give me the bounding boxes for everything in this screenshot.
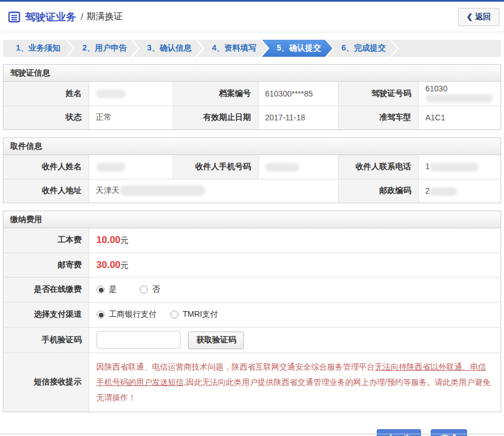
table-row: 收件人地址 天津天 邮政编码 2 — [3, 179, 501, 203]
address-prefix: 天津天 — [96, 186, 120, 195]
table-row: 是否在线缴费 是 否 — [3, 277, 501, 302]
phone-prefix: 1 — [426, 162, 430, 171]
page-header: 驾驶证业务 / 期满换证 ❮ 返回 — [0, 2, 504, 32]
finish-button[interactable]: 完成 — [431, 429, 467, 436]
table-row: 收件人姓名 收件人手机号码 收件人联系电话 1 — [3, 155, 501, 179]
wizard-step-5-active[interactable]: 5、确认提交 — [262, 40, 332, 57]
sms-notice-label: 短信接收提示 — [3, 353, 89, 412]
production-fee-label: 工本费 — [3, 228, 89, 253]
postage-fee-value: 30.00元 — [89, 253, 501, 277]
back-button[interactable]: ❮ 返回 — [458, 8, 499, 26]
radio-online-yes-label: 是 — [109, 284, 117, 295]
radio-online-yes[interactable]: 是 — [97, 284, 117, 295]
recipient-phone-value: 1 — [418, 155, 501, 179]
wizard-step-1[interactable]: 1、业务须知 — [3, 40, 73, 57]
wizard-step-3[interactable]: 3、确认信息 — [132, 40, 203, 57]
recipient-name-label: 收件人姓名 — [3, 155, 89, 179]
address-label: 收件人地址 — [3, 179, 89, 203]
name-value — [89, 82, 173, 106]
chevron-left-icon: ❮ — [466, 12, 473, 21]
fees-section: 缴纳费用 工本费 10.00元 邮寄费 30.00元 是否在线缴费 是 — [3, 211, 501, 412]
wizard-step-2[interactable]: 2、用户申告 — [68, 40, 138, 57]
postage-fee-label: 邮寄费 — [3, 253, 89, 277]
radio-checked-icon[interactable] — [97, 311, 105, 318]
bottom-divider — [0, 434, 504, 434]
license-no-value: 61030 — [418, 82, 501, 106]
radio-online-no[interactable]: 否 — [140, 284, 160, 295]
postcode-value: 2 — [418, 179, 501, 203]
table-row: 状态 正常 有效期止日期 2017-11-18 准驾车型 A1C1 — [3, 106, 501, 129]
pickup-section-title: 取件信息 — [3, 138, 501, 155]
pickup-info-table: 收件人姓名 收件人手机号码 收件人联系电话 1 收件人地址 天津天 邮政编码 2 — [3, 155, 501, 203]
license-no-prefix: 61030 — [426, 84, 448, 93]
recipient-mobile-value — [258, 155, 338, 179]
valid-until-value: 2017-11-18 — [258, 106, 338, 129]
table-row: 手机验证码 获取验证码 — [3, 327, 501, 353]
status-label: 状态 — [3, 106, 89, 129]
redacted-recipient-name — [96, 163, 126, 171]
recipient-mobile-label: 收件人手机号码 — [173, 155, 258, 179]
postcode-prefix: 2 — [426, 186, 430, 195]
redacted-mobile — [265, 163, 299, 171]
previous-step-button[interactable]: 上一步 — [377, 429, 421, 436]
name-label: 姓名 — [3, 82, 89, 106]
step-wizard: 1、业务须知 2、用户申告 3、确认信息 4、资料填写 5、确认提交 6、完成提… — [3, 40, 501, 57]
vehicle-class-value: A1C1 — [418, 106, 501, 129]
online-payment-options: 是 否 — [89, 277, 501, 302]
postage-fee-amount: 30.00 — [97, 259, 121, 270]
get-code-button[interactable]: 获取验证码 — [188, 332, 244, 349]
license-section-title: 驾驶证信息 — [3, 65, 501, 82]
back-button-label: 返回 — [475, 12, 491, 22]
address-value: 天津天 — [89, 179, 338, 203]
radio-online-no-label: 否 — [152, 284, 160, 295]
radio-unchecked-icon[interactable] — [140, 286, 148, 294]
redacted-postcode — [430, 187, 457, 196]
table-row: 工本费 10.00元 — [3, 228, 501, 253]
redacted-phone — [430, 163, 478, 171]
recipient-name-value — [89, 155, 173, 179]
radio-channel-icbc[interactable]: 工商银行支付 — [97, 309, 157, 320]
radio-checked-icon[interactable] — [97, 286, 105, 294]
fees-section-title: 缴纳费用 — [3, 211, 501, 228]
table-row: 姓名 档案编号 610300****85 驾驶证号码 61030 — [3, 82, 501, 106]
radio-unchecked-icon[interactable] — [170, 311, 178, 318]
fees-table: 工本费 10.00元 邮寄费 30.00元 是否在线缴费 是 — [3, 228, 501, 412]
redacted-address — [120, 186, 205, 196]
radio-channel-tmri[interactable]: TMRI支付 — [170, 309, 218, 320]
wizard-step-6[interactable]: 6、完成提交 — [327, 40, 397, 57]
currency-unit: 元 — [120, 261, 128, 270]
valid-until-label: 有效期止日期 — [173, 106, 258, 129]
table-row: 短信接收提示 因陕西省联通、电信运营商技术问题，陕西省互联网交通安全综合服务管理… — [3, 353, 501, 412]
production-fee-value: 10.00元 — [89, 228, 501, 253]
page-title: 驾驶证业务 — [25, 10, 76, 24]
notice-part1: 因陕西省联通、电信运营商技术问题，陕西省互联网交通安全综合服务管理平台 — [97, 362, 375, 371]
pickup-info-section: 取件信息 收件人姓名 收件人手机号码 收件人联系电话 1 收件人地址 天津天 邮… — [3, 137, 501, 203]
status-value: 正常 — [89, 106, 173, 129]
online-payment-label: 是否在线缴费 — [3, 277, 89, 302]
redacted-name — [96, 90, 126, 98]
breadcrumb-current: 期满换证 — [86, 11, 123, 23]
vehicle-class-label: 准驾车型 — [338, 106, 418, 129]
sms-notice-text: 因陕西省联通、电信运营商技术问题，陕西省互联网交通安全综合服务管理平台无法向持陕… — [89, 353, 501, 412]
currency-unit: 元 — [120, 236, 128, 245]
recipient-phone-label: 收件人联系电话 — [338, 155, 418, 179]
payment-channel-options: 工商银行支付 TMRI支付 — [89, 302, 501, 327]
wizard-step-4[interactable]: 4、资料填写 — [197, 40, 268, 57]
postcode-label: 邮政编码 — [338, 179, 418, 203]
license-info-table: 姓名 档案编号 610300****85 驾驶证号码 61030 状态 正常 有… — [3, 82, 501, 129]
file-no-value: 610300****85 — [258, 82, 338, 106]
table-row: 选择支付渠道 工商银行支付 TMRI支付 — [3, 302, 501, 327]
production-fee-amount: 10.00 — [97, 234, 121, 245]
sms-code-input[interactable] — [97, 331, 181, 349]
license-info-section: 驾驶证信息 姓名 档案编号 610300****85 驾驶证号码 61030 状… — [3, 64, 501, 130]
license-no-label: 驾驶证号码 — [338, 82, 418, 106]
breadcrumb-separator: / — [81, 12, 83, 22]
radio-channel-icbc-label: 工商银行支付 — [109, 309, 157, 320]
form-list-icon — [8, 11, 20, 23]
sms-code-row: 获取验证码 — [89, 327, 501, 353]
sms-code-label: 手机验证码 — [3, 327, 89, 353]
wizard-filler — [391, 40, 501, 57]
file-no-label: 档案编号 — [173, 82, 258, 106]
radio-channel-tmri-label: TMRI支付 — [183, 309, 218, 320]
table-row: 邮寄费 30.00元 — [3, 253, 501, 277]
